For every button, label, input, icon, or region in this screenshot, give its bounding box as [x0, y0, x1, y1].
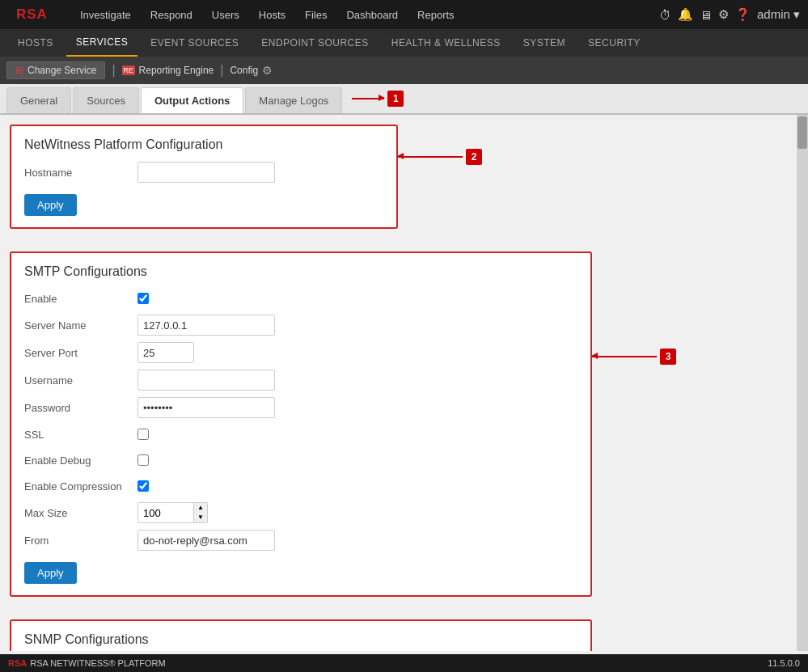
netwitness-section-title: NetWitness Platform Configuration — [24, 137, 383, 152]
desktop-icon[interactable]: 🖥 — [700, 8, 712, 22]
bell-icon[interactable]: 🔔 — [678, 7, 693, 22]
help-icon[interactable]: ❓ — [735, 7, 751, 22]
smtp-username-row: Username — [24, 370, 577, 391]
top-nav: RSA Investigate Respond Users Hosts File… — [0, 0, 808, 29]
tabs-row: General Sources Output Actions Manage Lo… — [0, 84, 808, 115]
snmp-section-title: SNMP Configurations — [24, 632, 577, 647]
smtp-password-input[interactable] — [137, 397, 275, 418]
annotation-2-box: 2 — [466, 149, 482, 165]
annotation-3-box: 3 — [660, 349, 676, 365]
smtp-enable-debug-label: Enable Debug — [24, 454, 137, 467]
nav-users[interactable]: Users — [202, 0, 249, 29]
nav-reports[interactable]: Reports — [408, 0, 464, 29]
smtp-server-name-row: Server Name — [24, 315, 577, 336]
hostname-row: Hostname — [24, 162, 383, 183]
smtp-from-input[interactable] — [137, 530, 275, 551]
subnav-security[interactable]: SECURITY — [578, 29, 650, 57]
bottom-platform-text: RSA NETWITNESS® PLATFORM — [30, 658, 165, 668]
annotation-2-arrowhead — [397, 153, 404, 159]
apply-button-1[interactable]: Apply — [24, 194, 77, 216]
annotation-2-container: 2 — [398, 149, 482, 165]
change-service-button[interactable]: ⊞ Change Service — [6, 61, 105, 79]
admin-menu[interactable]: admin ▾ — [757, 7, 800, 22]
smtp-enable-compression-row: Enable Compression — [24, 476, 577, 496]
tab-sources[interactable]: Sources — [73, 87, 139, 113]
apply-button-2[interactable]: Apply — [24, 562, 77, 584]
change-service-label: Change Service — [27, 65, 96, 76]
smtp-max-size-stepper: ▲ ▼ — [194, 502, 208, 523]
snmp-section-wrap: SNMP Configurations Enable Server Name S… — [10, 619, 787, 651]
bottom-rsa-text: RSA — [8, 658, 27, 668]
subnav-event-sources[interactable]: EVENT SOURCES — [141, 29, 248, 57]
smtp-enable-checkbox[interactable] — [137, 293, 149, 304]
config-gear-icon[interactable]: ⚙ — [262, 64, 273, 77]
smtp-from-row: From — [24, 530, 577, 551]
engine-icon: RE — [122, 66, 135, 75]
tab-general[interactable]: General — [6, 87, 71, 113]
netwitness-section-wrap: NetWitness Platform Configuration Hostna… — [10, 125, 787, 240]
nav-dashboard[interactable]: Dashboard — [336, 0, 408, 29]
smtp-max-size-row: Max Size ▲ ▼ — [24, 502, 577, 523]
smtp-username-input[interactable] — [137, 370, 275, 391]
subnav-services[interactable]: SERVICES — [66, 29, 137, 57]
nav-hosts[interactable]: Hosts — [249, 0, 295, 29]
bottom-version: 11.5.0.0 — [768, 658, 800, 668]
nav-respond[interactable]: Respond — [141, 0, 202, 29]
breadcrumb-sep1: | — [112, 63, 115, 78]
tab-manage-logos[interactable]: Manage Logos — [245, 87, 342, 113]
scrollbar[interactable] — [797, 115, 808, 651]
smtp-max-size-down[interactable]: ▼ — [194, 513, 207, 522]
tools-icon[interactable]: ⚙ — [718, 7, 729, 22]
smtp-enable-label: Enable — [24, 293, 137, 305]
breadcrumb-engine-label: Reporting Engine — [139, 65, 214, 76]
smtp-server-port-row: Server Port — [24, 342, 577, 363]
breadcrumb-config: Config ⚙ — [230, 64, 273, 77]
smtp-password-label: Password — [24, 402, 137, 414]
smtp-max-size-wrap: ▲ ▼ — [137, 502, 208, 523]
bottom-logo: RSA RSA NETWITNESS® PLATFORM — [8, 658, 166, 668]
smtp-server-port-input[interactable] — [137, 342, 194, 363]
clock-icon[interactable]: ⏱ — [659, 8, 671, 22]
breadcrumb-sep2: | — [220, 63, 223, 78]
smtp-server-name-input[interactable] — [137, 315, 275, 336]
nav-investigate[interactable]: Investigate — [70, 0, 141, 29]
smtp-config-section: SMTP Configurations Enable Server Name S… — [10, 251, 592, 597]
smtp-ssl-checkbox[interactable] — [137, 429, 149, 440]
breadcrumb-bar: ⊞ Change Service | RE Reporting Engine |… — [0, 57, 808, 84]
bottom-bar: RSA RSA NETWITNESS® PLATFORM 11.5.0.0 — [0, 654, 808, 672]
smtp-max-size-up[interactable]: ▲ — [194, 503, 207, 513]
smtp-ssl-label: SSL — [24, 429, 137, 441]
sub-nav: HOSTS SERVICES EVENT SOURCES ENDPOINT SO… — [0, 29, 808, 57]
tab-output-actions[interactable]: Output Actions — [141, 87, 243, 113]
smtp-server-port-label: Server Port — [24, 347, 137, 359]
content-area: NetWitness Platform Configuration Hostna… — [0, 115, 797, 651]
annotation-1-arrowhead — [379, 95, 385, 101]
subnav-health[interactable]: HEALTH & WELLNESS — [382, 29, 510, 57]
logo-rsa: RSA — [16, 6, 48, 23]
subnav-endpoint-sources[interactable]: ENDPOINT SOURCES — [252, 29, 378, 57]
scrollbar-thumb[interactable] — [797, 116, 807, 149]
subnav-hosts[interactable]: HOSTS — [8, 29, 63, 57]
breadcrumb-engine: RE Reporting Engine — [122, 65, 214, 76]
smtp-ssl-row: SSL — [24, 425, 577, 444]
smtp-username-label: Username — [24, 374, 137, 387]
smtp-enable-debug-checkbox[interactable] — [137, 454, 149, 466]
smtp-enable-compression-label: Enable Compression — [24, 480, 137, 492]
smtp-enable-debug-row: Enable Debug — [24, 450, 577, 470]
smtp-section-wrap: SMTP Configurations Enable Server Name S… — [10, 251, 787, 608]
annotation-3-container: 3 — [592, 349, 676, 365]
smtp-section-title: SMTP Configurations — [24, 264, 577, 279]
nav-files[interactable]: Files — [295, 0, 336, 29]
smtp-enable-compression-checkbox[interactable] — [137, 480, 149, 492]
subnav-system[interactable]: SYSTEM — [514, 29, 575, 57]
hostname-input[interactable] — [137, 162, 275, 183]
annotation-1-container: 1 — [352, 91, 404, 107]
annotation-2-line — [398, 156, 463, 158]
rsa-logo: RSA — [8, 0, 56, 29]
hostname-label: Hostname — [24, 167, 137, 179]
change-service-icon: ⊞ — [15, 65, 23, 76]
smtp-server-name-label: Server Name — [24, 319, 137, 332]
page-wrapper: RSA Investigate Respond Users Hosts File… — [0, 0, 808, 672]
smtp-max-size-input[interactable] — [137, 502, 194, 523]
snmp-config-section: SNMP Configurations Enable Server Name S… — [10, 619, 592, 651]
